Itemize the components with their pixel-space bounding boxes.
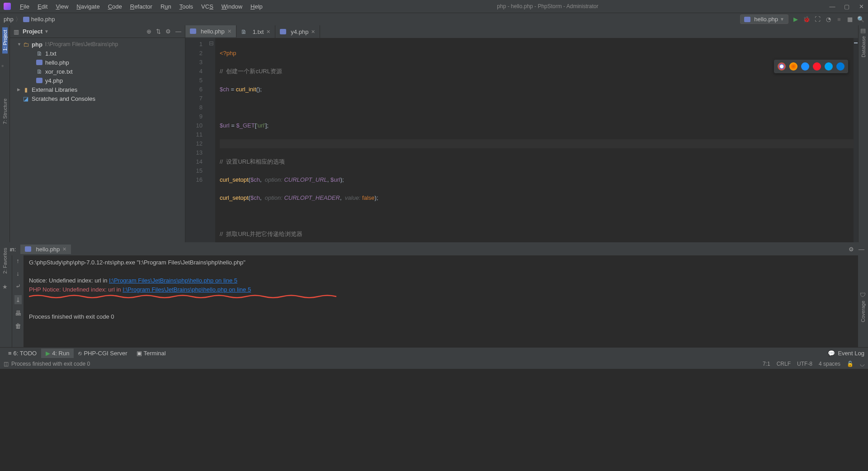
readonly-icon[interactable]: 🔓 [847, 361, 854, 367]
tool-windows-icon[interactable]: ◫ [4, 361, 9, 367]
code-editor[interactable]: 12345678910111213141516 ⊟ <?php // 创建一个新… [185, 38, 858, 242]
bottom-tab-eventlog[interactable]: Event Log [838, 350, 864, 357]
safari-icon[interactable] [801, 62, 809, 71]
search-everywhere-icon[interactable]: 🔍 [857, 16, 864, 23]
maximize-button[interactable]: ▢ [844, 3, 850, 10]
coverage-icon[interactable]: 🛡 [860, 292, 866, 298]
file-link[interactable]: I:\Program Files\JetBrains\php\hello.php… [109, 277, 237, 284]
menu-code[interactable]: Code [104, 2, 126, 11]
indent-setting[interactable]: 4 spaces [819, 361, 840, 367]
ie-icon[interactable] [825, 62, 833, 71]
gear-icon[interactable]: ⚙ [849, 246, 854, 253]
menu-window[interactable]: Window [218, 2, 246, 11]
menu-edit[interactable]: Edit [34, 2, 51, 11]
bottom-tab-run[interactable]: ▶4: Run [41, 349, 74, 358]
expand-icon[interactable]: ▼ [17, 42, 23, 47]
chevron-down-icon[interactable]: ▼ [44, 29, 49, 34]
sidebar-tab-structure[interactable]: 7: Structure [2, 96, 8, 127]
menu-tools[interactable]: Tools [176, 2, 197, 11]
editor-tab[interactable]: hello.php✕ [185, 25, 236, 38]
minimize-button[interactable]: — [829, 3, 835, 10]
hide-icon[interactable]: — [175, 28, 181, 35]
close-icon[interactable]: ✕ [266, 29, 270, 35]
app-icon [4, 3, 11, 10]
file-link[interactable]: I:\Program Files\JetBrains\php\hello.php… [123, 286, 251, 293]
menu-view[interactable]: View [52, 2, 72, 11]
php-icon [190, 28, 196, 34]
expand-all-icon[interactable]: ⇅ [156, 28, 161, 35]
trash-icon[interactable]: 🗑 [15, 322, 21, 330]
menu-vcs[interactable]: VCS [198, 2, 217, 11]
tree-ext-lib[interactable]: ▶▮External Libraries [10, 85, 185, 94]
editor-tab[interactable]: y4.php✕ [275, 25, 320, 38]
soft-wrap-icon[interactable]: ⤶ [15, 283, 21, 290]
tree-file[interactable]: 🗎xor_rce.txt [10, 67, 185, 76]
fold-gutter[interactable]: ⊟ [207, 38, 215, 242]
debug-button[interactable]: 🐞 [803, 16, 810, 23]
console-output[interactable]: G:\phpStudy\php\php-7.0.12-nts\php.exe "… [24, 255, 858, 347]
print-icon[interactable]: 🖶 [15, 310, 21, 317]
editor-scrollbar[interactable] [854, 38, 858, 242]
terminal-icon: ▣ [137, 350, 142, 357]
opera-icon[interactable] [813, 62, 821, 71]
close-icon[interactable]: ✕ [311, 29, 315, 35]
scroll-end-icon[interactable]: ⤓ [14, 295, 22, 304]
tree-file[interactable]: y4.php [10, 76, 185, 85]
tree-file[interactable]: hello.php [10, 58, 185, 67]
edge-icon[interactable] [836, 62, 844, 71]
gear-icon[interactable]: ⚙ [165, 28, 171, 35]
menu-navigate[interactable]: Navigate [73, 2, 103, 11]
run-button[interactable]: ▶ [792, 16, 799, 23]
close-button[interactable]: ✕ [858, 3, 864, 10]
bottom-tab-terminal[interactable]: ▣Terminal [132, 349, 170, 358]
left-tool-stripe: 1: Project ▫ 7: Structure [0, 25, 10, 242]
coverage-run-icon[interactable]: ⛶ [814, 16, 821, 23]
menu-run[interactable]: Run [157, 2, 175, 11]
run-tab[interactable]: hello.php ✕ [20, 245, 71, 254]
breadcrumb-file[interactable]: hello.php [31, 16, 55, 23]
chrome-icon[interactable] [778, 62, 786, 71]
profile-icon[interactable]: ◔ [825, 16, 832, 23]
up-icon[interactable]: ↑ [16, 257, 19, 264]
console-line: PHP Notice: Undefined index: url in I:\P… [29, 285, 853, 294]
inspect-icon[interactable]: ◡ [860, 361, 864, 367]
sidebar-tab-favorites[interactable]: 2: Favorites [2, 245, 8, 276]
close-icon[interactable]: ✕ [62, 246, 66, 252]
project-tool-window: ▥ Project ▼ ⊕ ⇅ ⚙ — ▼ 🗀 php I:\Program F… [10, 25, 185, 242]
folder-icon[interactable]: ▫ [2, 62, 8, 69]
tree-file[interactable]: 🗎1.txt [10, 49, 185, 58]
line-separator[interactable]: CRLF [777, 361, 791, 367]
bottom-tab-cgi[interactable]: ⎋PHP-CGI Server [74, 349, 132, 358]
locate-icon[interactable]: ⊕ [146, 28, 151, 35]
down-icon[interactable]: ↓ [16, 270, 19, 277]
code-content[interactable]: <?php // 创建一个新cURL资源 $ch = curl_init(); … [215, 38, 858, 242]
caret-position[interactable]: 7:1 [763, 361, 770, 367]
bottom-tab-todo[interactable]: ≡6: TODO [4, 349, 41, 358]
project-tree[interactable]: ▼ 🗀 php I:\Program Files\JetBrains\php 🗎… [10, 38, 185, 105]
sidebar-tab-database[interactable]: Database [861, 33, 866, 60]
hide-icon[interactable]: — [859, 246, 864, 253]
editor-tab[interactable]: 🗎1.txt✕ [236, 25, 276, 38]
breadcrumb-root[interactable]: php [4, 16, 14, 23]
menu-refactor[interactable]: Refactor [127, 2, 156, 11]
stop-button[interactable]: ■ [835, 16, 843, 23]
expand-icon[interactable]: ▶ [17, 87, 23, 92]
right-tool-stripe: ▤ Database [858, 25, 868, 242]
close-icon[interactable]: ✕ [227, 28, 231, 34]
menu-file[interactable]: File [16, 2, 33, 11]
sidebar-tab-project[interactable]: 1: Project [2, 27, 8, 53]
file-encoding[interactable]: UTF-8 [797, 361, 812, 367]
line-gutter[interactable]: 12345678910111213141516 [185, 38, 207, 242]
menu-help[interactable]: Help [247, 2, 266, 11]
tree-root[interactable]: ▼ 🗀 php I:\Program Files\JetBrains\php [10, 40, 185, 49]
console-line: G:\phpStudy\php\php-7.0.12-nts\php.exe "… [29, 258, 853, 267]
sidebar-tab-coverage[interactable]: Coverage [860, 298, 866, 325]
tree-scratches[interactable]: ◪Scratches and Consoles [10, 94, 185, 103]
star-icon[interactable]: ★ [2, 283, 8, 290]
folder-icon: 🗀 [23, 41, 29, 47]
run-config-selector[interactable]: hello.php ▼ [740, 14, 788, 24]
database-icon[interactable]: ▤ [860, 27, 867, 33]
editor-area: hello.php✕ 🗎1.txt✕ y4.php✕ 1234567891011… [185, 25, 858, 242]
firefox-icon[interactable] [789, 62, 797, 71]
layout-icon[interactable]: ▦ [846, 16, 854, 23]
